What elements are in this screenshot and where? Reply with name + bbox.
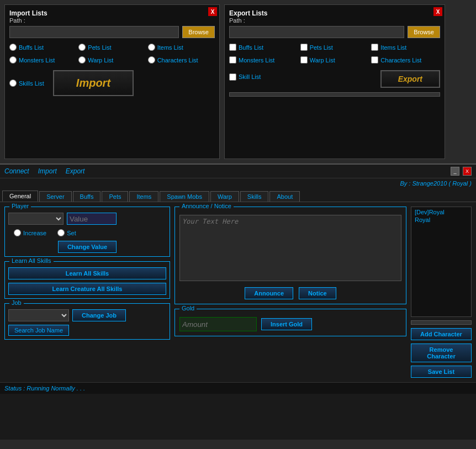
export-monsters-label: Monsters List <box>239 57 274 64</box>
gold-group: Gold Insert Gold <box>174 309 406 336</box>
minimize-button[interactable]: _ <box>451 167 459 176</box>
export-pets-checkbox[interactable] <box>300 44 308 51</box>
export-scrollbar[interactable] <box>229 92 440 97</box>
main-window: Connect Import Export _ X By : Strange20… <box>0 163 476 440</box>
import-path-input[interactable] <box>9 26 179 38</box>
search-job-button[interactable]: Search Job Name <box>8 325 69 336</box>
export-buffs-check-item: Buffs List <box>229 44 298 51</box>
export-warp-checkbox[interactable] <box>300 56 308 64</box>
job-group: Job Change Job Search Job Name <box>4 303 170 340</box>
import-browse-button[interactable]: Browse <box>182 26 215 38</box>
notice-button[interactable]: Notice <box>299 287 336 299</box>
export-path-row: Browse <box>229 26 440 38</box>
import-path-row: Browse <box>9 26 215 38</box>
tab-general[interactable]: General <box>2 191 38 202</box>
status-text: Status : Running Normally . . . <box>4 385 85 392</box>
announce-buttons-row: Announce Notice <box>179 287 401 299</box>
import-close-button[interactable]: X <box>208 7 217 16</box>
import-warp-radio[interactable] <box>78 56 86 64</box>
announce-button[interactable]: Announce <box>245 287 293 299</box>
set-radio[interactable] <box>57 229 65 236</box>
import-buffs-radio-item: Buffs List <box>9 44 76 51</box>
amount-input[interactable] <box>179 317 257 331</box>
export-buffs-label: Buffs List <box>239 44 263 51</box>
change-value-button[interactable]: Change Value <box>58 241 117 253</box>
menu-connect[interactable]: Connect <box>4 167 29 175</box>
player-dropdown[interactable] <box>8 213 64 225</box>
import-chars-radio[interactable] <box>148 56 155 64</box>
export-close-button[interactable]: X <box>433 7 442 16</box>
export-path-input[interactable] <box>229 26 404 38</box>
export-path-label: Path : <box>229 17 440 24</box>
export-pets-check-item: Pets List <box>300 44 369 51</box>
import-buffs-radio[interactable] <box>9 44 17 51</box>
change-value-container: Change Value <box>8 241 166 253</box>
change-job-button[interactable]: Change Job <box>72 309 126 321</box>
export-items-check-item: Items List <box>371 44 440 51</box>
menu-import[interactable]: Import <box>38 167 57 175</box>
import-button[interactable]: Import <box>53 70 134 96</box>
import-monsters-radio[interactable] <box>9 56 17 64</box>
export-button[interactable]: Export <box>380 70 440 88</box>
export-items-checkbox[interactable] <box>371 44 378 51</box>
right-scrollbar[interactable] <box>411 320 472 325</box>
tab-server[interactable]: Server <box>39 191 71 202</box>
import-pets-radio[interactable] <box>78 44 86 51</box>
import-warp-label: Warp List <box>88 57 113 64</box>
increase-radio[interactable] <box>14 229 21 236</box>
export-warp-check-item: Warp List <box>300 56 369 64</box>
learn-creature-skills-button[interactable]: Learn Creature All Skills <box>8 283 166 295</box>
top-area: Import Lists X Path : Browse Buffs List … <box>0 0 476 163</box>
skills-group: Learn All Skills Learn All Skills Learn … <box>4 261 170 299</box>
titlebar-right: _ X <box>451 167 472 176</box>
export-chars-checkbox[interactable] <box>371 56 378 64</box>
announce-textarea[interactable] <box>179 215 401 281</box>
job-dropdown[interactable] <box>8 309 69 321</box>
learn-all-skills-button[interactable]: Learn All Skills <box>8 267 166 279</box>
add-character-button[interactable]: Add Character <box>411 328 472 340</box>
tab-warp[interactable]: Warp <box>210 191 239 202</box>
remove-character-button[interactable]: Remove Character <box>411 344 472 362</box>
export-monsters-checkbox[interactable] <box>229 56 236 64</box>
player-controls-row <box>8 213 166 225</box>
import-skills-radio-item: Skills List <box>9 80 44 87</box>
insert-gold-button[interactable]: Insert Gold <box>261 318 312 330</box>
main-content: Player Increase Set <box>0 202 476 382</box>
import-skills-radio[interactable] <box>9 80 17 87</box>
tab-skills[interactable]: Skills <box>240 191 269 202</box>
main-menubar: Connect Import Export _ X <box>0 165 476 178</box>
save-list-button[interactable]: Save List <box>411 366 472 378</box>
player-radio-row: Increase Set <box>8 229 166 236</box>
import-skills-label: Skills List <box>19 80 44 87</box>
tab-spawn-mobs[interactable]: Spawn Mobs <box>160 191 209 202</box>
tab-pets[interactable]: Pets <box>102 191 128 202</box>
import-items-label: Items List <box>157 44 183 51</box>
export-panel: Export Lists X Path : Browse Buffs List … <box>224 4 445 159</box>
list-item-dev-royal[interactable]: [Dev]Royal <box>412 208 470 216</box>
export-warp-label: Warp List <box>310 57 335 64</box>
job-group-label: Job <box>9 299 24 306</box>
value-input[interactable] <box>67 213 117 225</box>
player-group: Player Increase Set <box>4 207 170 257</box>
export-pets-label: Pets List <box>310 44 333 51</box>
import-chars-radio-item: Characters List <box>148 56 215 64</box>
list-item-royal[interactable]: Royal <box>412 216 470 224</box>
export-skill-checkbox[interactable] <box>229 73 236 81</box>
main-close-button[interactable]: X <box>463 167 472 176</box>
tab-about[interactable]: About <box>269 191 300 202</box>
set-radio-item: Set <box>57 229 76 236</box>
export-browse-button[interactable]: Browse <box>408 26 440 38</box>
export-buffs-checkbox[interactable] <box>229 44 236 51</box>
export-checkbox-grid: Buffs List Pets List Items List Monsters… <box>229 44 440 64</box>
tab-items[interactable]: Items <box>129 191 158 202</box>
set-label: Set <box>67 230 76 236</box>
tab-buffs[interactable]: Buffs <box>73 191 101 202</box>
export-chars-label: Characters List <box>380 57 421 64</box>
import-items-radio[interactable] <box>148 44 155 51</box>
player-group-label: Player <box>9 203 31 209</box>
skills-group-label: Learn All Skills <box>9 257 54 264</box>
import-buffs-label: Buffs List <box>19 44 44 51</box>
menu-export[interactable]: Export <box>66 167 85 175</box>
middle-column: Announce / Notice Announce Notice Gold I… <box>174 207 406 378</box>
left-column: Player Increase Set <box>4 207 170 378</box>
